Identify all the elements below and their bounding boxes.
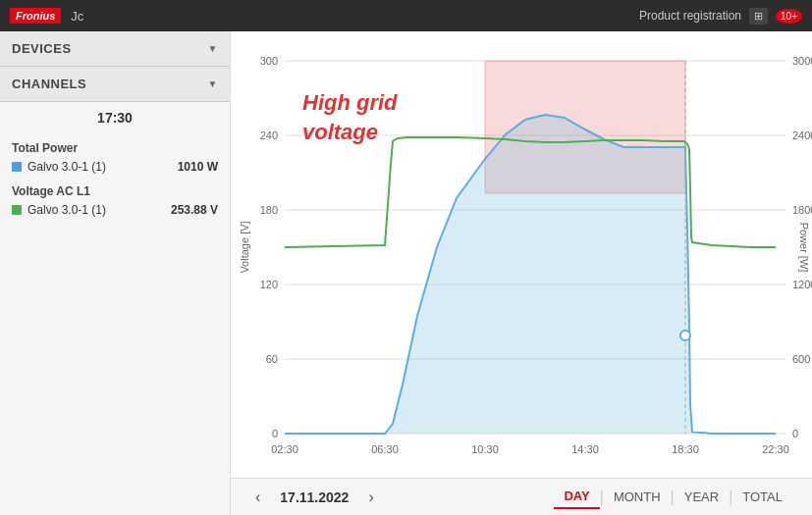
list-item: Galvo 3.0-1 (1) 1010 W <box>0 157 230 177</box>
notif-count: 10+ <box>781 11 797 22</box>
voltage-color-dot <box>12 205 22 215</box>
voltage-device-label: Galvo 3.0-1 (1) <box>27 203 165 217</box>
view-tabs: DAY | MONTH | YEAR | TOTAL <box>554 485 792 509</box>
sidebar: DEVICES ▼ CHANNELS ▼ 17:30 Total Power G… <box>0 31 231 515</box>
svg-text:14:30: 14:30 <box>571 443 599 455</box>
svg-text:0: 0 <box>272 428 278 439</box>
list-item: Galvo 3.0-1 (1) 253.88 V <box>0 200 230 220</box>
devices-dropdown[interactable]: DEVICES ▼ <box>0 31 230 67</box>
product-registration-label: Product registration <box>639 9 741 23</box>
next-button[interactable]: › <box>363 489 378 506</box>
svg-text:2400: 2400 <box>792 129 812 141</box>
header-right: Product registration ⊞ 10+ <box>639 8 802 25</box>
channels-dropdown[interactable]: CHANNELS ▼ <box>0 67 230 102</box>
chart-area: 300 240 180 120 60 0 3000 2400 1800 1200… <box>231 31 812 515</box>
svg-text:Voltage [V]: Voltage [V] <box>239 221 250 273</box>
svg-point-32 <box>680 331 690 340</box>
svg-text:300: 300 <box>260 55 278 67</box>
svg-text:18:30: 18:30 <box>672 443 699 455</box>
tab-day[interactable]: DAY <box>554 485 599 509</box>
fronius-logo: Fronius <box>10 8 61 24</box>
header-user: Jc <box>71 9 83 24</box>
svg-text:High grid: High grid <box>302 90 398 115</box>
sidebar-time: 17:30 <box>0 102 230 133</box>
section-total-power: Total Power <box>0 133 230 157</box>
power-device-label: Galvo 3.0-1 (1) <box>27 160 172 174</box>
svg-text:06:30: 06:30 <box>371 443 399 455</box>
svg-text:240: 240 <box>260 129 278 141</box>
product-reg-icon[interactable]: ⊞ <box>749 8 768 25</box>
tab-year[interactable]: YEAR <box>675 486 729 508</box>
svg-text:600: 600 <box>792 353 810 365</box>
section-voltage-ac-l1: Voltage AC L1 <box>0 177 230 200</box>
main-layout: DEVICES ▼ CHANNELS ▼ 17:30 Total Power G… <box>0 31 812 515</box>
chart-container: 300 240 180 120 60 0 3000 2400 1800 1200… <box>231 31 812 478</box>
bottom-bar: ‹ 17.11.2022 › DAY | MONTH | YEAR | TOTA… <box>231 478 812 515</box>
channels-label: CHANNELS <box>12 77 86 91</box>
svg-text:0: 0 <box>792 428 798 439</box>
svg-text:voltage: voltage <box>302 120 378 144</box>
svg-text:Power [W]: Power [W] <box>798 223 810 273</box>
app-header: Fronius Jc Product registration ⊞ 10+ <box>0 0 812 31</box>
power-value: 1010 W <box>178 160 218 174</box>
chart-svg: 300 240 180 120 60 0 3000 2400 1800 1200… <box>231 31 812 478</box>
voltage-value: 253.88 V <box>171 203 218 217</box>
svg-text:120: 120 <box>260 279 278 290</box>
date-label: 17.11.2022 <box>280 489 349 505</box>
svg-text:10:30: 10:30 <box>471 443 499 455</box>
svg-text:1200: 1200 <box>792 279 812 290</box>
tab-month[interactable]: MONTH <box>604 486 671 508</box>
logo-text: Fronius <box>16 10 55 22</box>
nav-buttons: ‹ 17.11.2022 › <box>250 489 379 506</box>
devices-arrow-icon: ▼ <box>208 43 218 54</box>
header-left: Fronius Jc <box>10 8 83 24</box>
svg-text:22:30: 22:30 <box>762 443 789 455</box>
svg-text:60: 60 <box>266 353 278 365</box>
svg-text:180: 180 <box>260 204 278 216</box>
tab-total[interactable]: TOTAL <box>732 486 792 508</box>
svg-text:02:30: 02:30 <box>271 443 298 455</box>
svg-text:1800: 1800 <box>792 204 812 216</box>
devices-label: DEVICES <box>12 41 72 56</box>
power-color-dot <box>12 162 22 172</box>
prev-button[interactable]: ‹ <box>250 489 265 506</box>
svg-text:3000: 3000 <box>792 55 812 67</box>
notification-badge[interactable]: 10+ <box>776 9 802 24</box>
channels-arrow-icon: ▼ <box>208 78 218 89</box>
